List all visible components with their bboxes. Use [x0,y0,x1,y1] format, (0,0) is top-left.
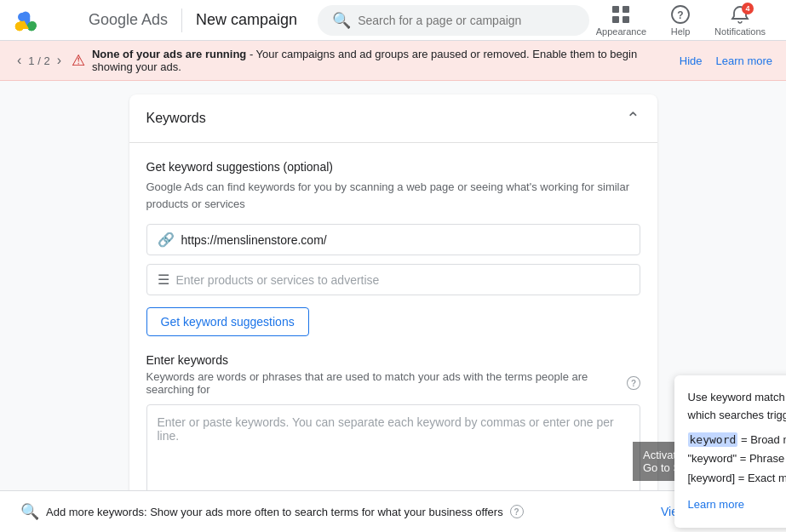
help-icon: ? [670,4,691,25]
tooltip-row-3: [keyword] = Exact match [688,470,787,488]
tooltip-body: Use keyword match types to help control … [688,389,787,425]
svg-rect-12 [622,16,629,23]
bottom-bar: 🔍 Add more keywords: Show your ads more … [0,490,786,532]
notification-bar: ‹ 1 / 2 › ⚠ None of your ads are running… [0,41,786,81]
products-icon: ☰ [158,272,169,288]
app-brand-label: Google Ads [89,11,168,29]
header-actions: Appearance ? Help 4 Notifications [589,1,772,40]
keywords-card: Keywords ⌃ Get keyword suggestions (opti… [129,94,657,532]
products-input-group[interactable]: ☰ [146,264,640,295]
suggestion-title: Get keyword suggestions (optional) [146,160,640,174]
card-body: Get keyword suggestions (optional) Googl… [129,143,657,532]
header-divider [181,9,182,32]
svg-rect-11 [612,16,619,23]
svg-point-7 [28,21,37,30]
bell-icon: 4 [730,4,750,25]
hide-link[interactable]: Hide [680,54,703,67]
enter-keywords-title: Enter keywords [146,353,640,367]
notification-text: None of your ads are running - Your camp… [92,48,673,73]
magnifier-icon: 🔍 [20,502,39,521]
svg-text:?: ? [677,9,683,21]
notifications-button[interactable]: 4 Notifications [708,1,772,40]
bottom-bar-left: 🔍 Add more keywords: Show your ads more … [20,502,654,521]
url-input-group[interactable]: 🔗 [146,224,640,255]
app-header: Google Ads New campaign 🔍 Appearance ? [0,0,786,41]
appearance-button[interactable]: Appearance [589,1,653,40]
tooltip-highlight: keyword [688,432,738,447]
url-input[interactable] [181,233,629,247]
next-arrow[interactable]: › [54,51,65,70]
warning-icon: ⚠ [72,51,85,70]
appearance-icon [611,4,631,25]
svg-point-8 [18,13,26,21]
page-title: New campaign [196,11,297,29]
prev-arrow[interactable]: ‹ [14,51,25,70]
tooltip-row-1: keyword = Broad match [688,432,787,449]
card-header: Keywords ⌃ [129,94,657,143]
search-bar[interactable]: 🔍 [318,5,589,36]
svg-rect-9 [612,6,619,13]
keyword-tooltip: Use keyword match types to help control … [674,375,787,528]
add-more-help-icon[interactable]: ? [510,505,524,518]
collapse-icon[interactable]: ⌃ [626,108,640,129]
help-label: Help [671,26,691,37]
search-icon: 🔍 [332,11,351,30]
logo [14,9,37,32]
help-button[interactable]: ? Help [657,1,704,40]
google-ads-g-icon [14,9,37,32]
svg-rect-10 [622,6,629,13]
products-input[interactable] [176,273,629,287]
suggestion-desc: Google Ads can find keywords for you by … [146,179,640,212]
card-title: Keywords [146,111,206,126]
appearance-label: Appearance [596,26,646,37]
nav-count: 1 / 2 [28,54,49,67]
search-input[interactable] [358,14,575,27]
notifications-label: Notifications [714,26,766,37]
notification-actions: Hide Learn more [680,54,772,67]
notification-badge: 4 [742,3,754,14]
get-suggestions-button[interactable]: Get keyword suggestions [146,307,309,336]
link-icon: 🔗 [158,232,175,248]
add-more-text: Add more keywords: Show your ads more of… [46,506,503,518]
tooltip-row-2: "keyword" = Phrase match [688,450,787,468]
learn-more-link[interactable]: Learn more [716,54,772,67]
keyword-help-icon[interactable]: ? [627,376,640,390]
tooltip-learn-more[interactable]: Learn more [688,496,744,514]
nav-controls: ‹ 1 / 2 › [14,51,65,70]
enter-keywords-desc: Keywords are words or phrases that are u… [146,370,640,396]
